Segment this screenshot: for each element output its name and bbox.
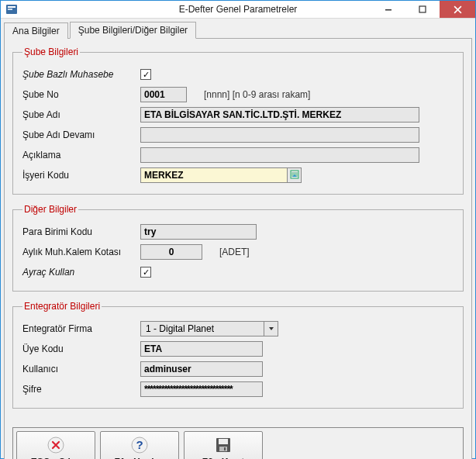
label-para-birimi: Para Birimi Kodu [22, 226, 140, 237]
content-area: Ana Bilgiler Şube Bilgileri/Diğer Bilgil… [1, 19, 475, 459]
label-aylik-kota: Aylık Muh.Kalem Kotası [22, 247, 140, 257]
input-kullanici[interactable]: adminuser [140, 361, 263, 377]
titlebar: E-Defter Genel Parametreler [1, 1, 475, 19]
select-firma-value: 1 - Digital Planet [141, 322, 264, 336]
checkbox-ayrac-kullan[interactable]: ✓ [140, 267, 151, 278]
tab-panel: Şube Bilgileri Şube Bazlı Muhasebe ✓ Şub… [4, 38, 472, 459]
svg-rect-3 [385, 9, 391, 11]
svg-text:?: ? [136, 438, 143, 451]
legend-entegrator: Entegratör Bilgileri [22, 301, 102, 312]
footer-toolbar: ESC->Çıkış ? F1->Yardım [12, 427, 464, 459]
window: E-Defter Genel Parametreler Ana Bilgiler… [0, 0, 476, 459]
svg-rect-12 [224, 447, 226, 450]
app-icon [5, 3, 18, 16]
svg-rect-4 [419, 6, 426, 12]
select-firma[interactable]: 1 - Digital Planet [140, 321, 278, 336]
esc-exit-button[interactable]: ESC->Çıkış [16, 431, 95, 459]
label-sube-bazli: Şube Bazlı Muhasebe [22, 69, 140, 80]
label-sifre: Şifre [22, 384, 140, 395]
group-sube-bilgileri: Şube Bilgileri Şube Bazlı Muhasebe ✓ Şub… [12, 47, 464, 195]
minimize-button[interactable] [371, 1, 405, 18]
svg-rect-11 [219, 447, 227, 451]
f2-save-button[interactable]: F2->Kayıt [184, 431, 263, 459]
maximize-button[interactable] [405, 1, 440, 18]
input-isyeri-kodu[interactable]: MERKEZ [140, 167, 288, 183]
f1-help-button[interactable]: ? F1->Yardım [100, 431, 179, 459]
tab-sube-bilgileri[interactable]: Şube Bilgileri/Diğer Bilgiler [70, 22, 196, 39]
close-button[interactable] [440, 1, 475, 18]
hint-aylik-kota: [ADET] [219, 247, 250, 257]
label-aciklama: Açıklama [22, 150, 140, 160]
input-uye-kodu[interactable]: ETA [140, 341, 263, 357]
input-aciklama[interactable] [140, 147, 419, 163]
label-sube-adi: Şube Adı [22, 109, 140, 120]
help-icon: ? [129, 435, 150, 455]
legend-sube: Şube Bilgileri [22, 47, 80, 57]
input-sube-no[interactable]: 0001 [140, 87, 187, 102]
tab-ana-bilgiler[interactable]: Ana Bilgiler [4, 22, 68, 39]
label-firma: Entegratör Firma [22, 323, 140, 334]
lookup-icon [290, 170, 299, 181]
hint-sube-no: [nnnn] [n 0-9 arası rakam] [204, 89, 310, 100]
input-aylik-kota[interactable]: 0 [140, 244, 202, 260]
label-kullanici: Kullanıcı [22, 364, 140, 374]
svg-rect-1 [8, 6, 16, 8]
label-ayrac-kullan: Ayraç Kullan [22, 267, 140, 278]
label-sube-no: Şube No [22, 89, 140, 100]
window-title: E-Defter Genel Parametreler [179, 4, 298, 15]
group-entegrator: Entegratör Bilgileri Entegratör Firma 1 … [12, 301, 464, 409]
label-isyeri-kodu: İşyeri Kodu [22, 170, 140, 181]
close-icon [46, 435, 66, 455]
label-sube-adi-devami: Şube Adı Devamı [22, 129, 140, 140]
legend-diger: Diğer Bilgiler [22, 204, 78, 215]
label-uye-kodu: Üye Kodu [22, 343, 140, 354]
save-icon [213, 435, 233, 455]
tab-bar: Ana Bilgiler Şube Bilgileri/Diğer Bilgil… [4, 22, 472, 39]
checkbox-sube-bazli[interactable]: ✓ [140, 69, 151, 80]
group-diger-bilgiler: Diğer Bilgiler Para Birimi Kodu try Aylı… [12, 204, 464, 292]
input-sifre[interactable]: ******************************* [140, 381, 263, 397]
lookup-isyeri-kodu-button[interactable] [288, 167, 302, 183]
input-sube-adi-devami[interactable] [140, 127, 419, 143]
svg-rect-10 [219, 439, 228, 444]
svg-rect-2 [8, 9, 12, 10]
input-para-birimi[interactable]: try [140, 224, 257, 240]
input-sube-adi[interactable]: ETA BİLGİSAYAR SAN.TİC.LTD.ŞTİ. MERKEZ [140, 107, 419, 123]
chevron-down-icon [264, 322, 278, 336]
